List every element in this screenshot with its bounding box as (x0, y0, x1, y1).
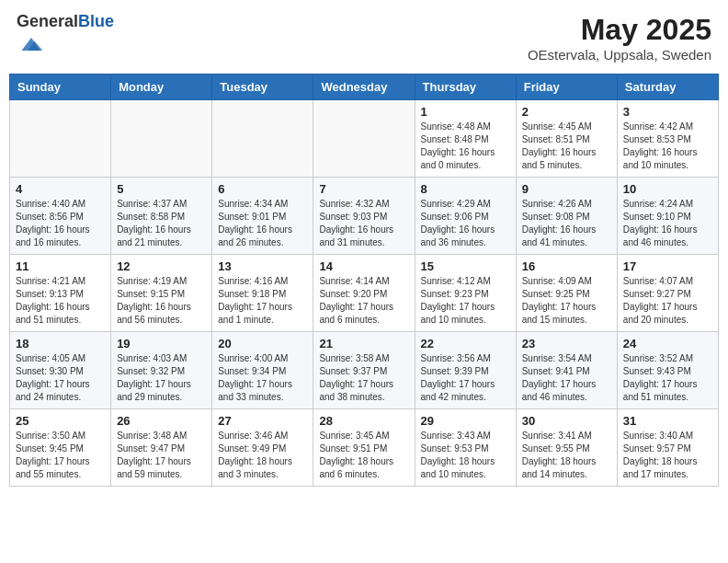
calendar-week-row: 18Sunrise: 4:05 AMSunset: 9:30 PMDayligh… (10, 332, 719, 409)
day-number: 7 (319, 182, 408, 196)
weekday-header-saturday: Saturday (617, 75, 718, 100)
day-number: 11 (16, 259, 105, 273)
calendar-cell: 22Sunrise: 3:56 AMSunset: 9:39 PMDayligh… (415, 332, 516, 409)
calendar-cell: 28Sunrise: 3:45 AMSunset: 9:51 PMDayligh… (313, 409, 415, 487)
day-info: Sunrise: 4:09 AMSunset: 9:25 PMDaylight:… (522, 275, 611, 327)
day-info: Sunrise: 4:34 AMSunset: 9:01 PMDaylight:… (218, 198, 307, 249)
day-number: 17 (623, 259, 712, 273)
calendar-cell: 9Sunrise: 4:26 AMSunset: 9:08 PMDaylight… (516, 178, 617, 255)
day-info: Sunrise: 3:45 AMSunset: 9:51 PMDaylight:… (319, 430, 408, 481)
calendar-week-row: 11Sunrise: 4:21 AMSunset: 9:13 PMDayligh… (10, 255, 719, 332)
logo-blue-text: Blue (78, 12, 114, 30)
calendar-cell: 23Sunrise: 3:54 AMSunset: 9:41 PMDayligh… (516, 332, 617, 409)
calendar-cell: 18Sunrise: 4:05 AMSunset: 9:30 PMDayligh… (10, 332, 111, 409)
weekday-header-sunday: Sunday (10, 75, 111, 100)
day-info: Sunrise: 3:58 AMSunset: 9:37 PMDaylight:… (319, 352, 408, 404)
day-number: 9 (522, 182, 611, 196)
calendar-cell (212, 100, 313, 178)
calendar-cell: 16Sunrise: 4:09 AMSunset: 9:25 PMDayligh… (516, 255, 617, 332)
day-info: Sunrise: 4:07 AMSunset: 9:27 PMDaylight:… (623, 275, 712, 327)
day-info: Sunrise: 4:21 AMSunset: 9:13 PMDaylight:… (16, 275, 105, 327)
calendar-cell: 12Sunrise: 4:19 AMSunset: 9:15 PMDayligh… (111, 255, 212, 332)
calendar-cell: 10Sunrise: 4:24 AMSunset: 9:10 PMDayligh… (617, 178, 718, 255)
calendar-cell: 1Sunrise: 4:48 AMSunset: 8:48 PMDaylight… (415, 100, 516, 178)
day-number: 15 (421, 259, 510, 273)
day-info: Sunrise: 4:16 AMSunset: 9:18 PMDaylight:… (218, 275, 307, 327)
day-number: 29 (421, 414, 510, 428)
weekday-header-row: SundayMondayTuesdayWednesdayThursdayFrid… (10, 75, 719, 100)
calendar-cell: 30Sunrise: 3:41 AMSunset: 9:55 PMDayligh… (516, 409, 617, 487)
day-number: 3 (623, 105, 712, 119)
calendar-week-row: 25Sunrise: 3:50 AMSunset: 9:45 PMDayligh… (10, 409, 719, 487)
calendar-cell: 8Sunrise: 4:29 AMSunset: 9:06 PMDaylight… (415, 178, 516, 255)
calendar-cell: 24Sunrise: 3:52 AMSunset: 9:43 PMDayligh… (617, 332, 718, 409)
day-number: 5 (117, 182, 206, 196)
day-number: 19 (117, 337, 206, 350)
weekday-header-tuesday: Tuesday (212, 75, 313, 100)
day-number: 20 (218, 337, 307, 350)
logo-icon (18, 31, 44, 57)
day-info: Sunrise: 3:40 AMSunset: 9:57 PMDaylight:… (623, 430, 712, 481)
day-number: 1 (421, 105, 510, 119)
weekday-header-thursday: Thursday (415, 75, 516, 100)
calendar-cell: 4Sunrise: 4:40 AMSunset: 8:56 PMDaylight… (10, 178, 111, 255)
calendar-cell: 27Sunrise: 3:46 AMSunset: 9:49 PMDayligh… (212, 409, 313, 487)
day-info: Sunrise: 3:48 AMSunset: 9:47 PMDaylight:… (117, 430, 206, 481)
day-info: Sunrise: 3:52 AMSunset: 9:43 PMDaylight:… (623, 352, 712, 404)
day-info: Sunrise: 3:41 AMSunset: 9:55 PMDaylight:… (522, 430, 611, 481)
page-header: GeneralBlue May 2025 OEstervala, Uppsala… (9, 9, 719, 66)
logo-general-text: General (17, 12, 78, 30)
day-info: Sunrise: 4:37 AMSunset: 8:58 PMDaylight:… (117, 198, 206, 249)
day-info: Sunrise: 3:46 AMSunset: 9:49 PMDaylight:… (218, 430, 307, 481)
title-block: May 2025 OEstervala, Uppsala, Sweden (528, 13, 711, 63)
calendar-cell: 25Sunrise: 3:50 AMSunset: 9:45 PMDayligh… (10, 409, 111, 487)
day-number: 23 (522, 337, 611, 350)
day-number: 4 (16, 182, 105, 196)
day-info: Sunrise: 4:05 AMSunset: 9:30 PMDaylight:… (16, 352, 105, 404)
day-info: Sunrise: 4:48 AMSunset: 8:48 PMDaylight:… (421, 121, 510, 172)
day-number: 24 (623, 337, 712, 350)
day-info: Sunrise: 3:43 AMSunset: 9:53 PMDaylight:… (421, 430, 510, 481)
weekday-header-friday: Friday (516, 75, 617, 100)
day-number: 30 (522, 414, 611, 428)
day-number: 2 (522, 105, 611, 119)
day-number: 31 (623, 414, 712, 428)
calendar-cell: 14Sunrise: 4:14 AMSunset: 9:20 PMDayligh… (313, 255, 415, 332)
day-number: 8 (421, 182, 510, 196)
calendar-cell (10, 100, 111, 178)
calendar-table: SundayMondayTuesdayWednesdayThursdayFrid… (9, 74, 719, 487)
day-info: Sunrise: 4:19 AMSunset: 9:15 PMDaylight:… (117, 275, 206, 327)
day-number: 27 (218, 414, 307, 428)
calendar-cell: 5Sunrise: 4:37 AMSunset: 8:58 PMDaylight… (111, 178, 212, 255)
calendar-cell: 17Sunrise: 4:07 AMSunset: 9:27 PMDayligh… (617, 255, 718, 332)
calendar-week-row: 4Sunrise: 4:40 AMSunset: 8:56 PMDaylight… (10, 178, 719, 255)
day-number: 18 (16, 337, 105, 350)
day-number: 25 (16, 414, 105, 428)
calendar-cell: 31Sunrise: 3:40 AMSunset: 9:57 PMDayligh… (617, 409, 718, 487)
day-number: 10 (623, 182, 712, 196)
day-info: Sunrise: 4:29 AMSunset: 9:06 PMDaylight:… (421, 198, 510, 249)
calendar-cell (313, 100, 415, 178)
calendar-cell: 21Sunrise: 3:58 AMSunset: 9:37 PMDayligh… (313, 332, 415, 409)
day-number: 16 (522, 259, 611, 273)
calendar-week-row: 1Sunrise: 4:48 AMSunset: 8:48 PMDaylight… (10, 100, 719, 178)
month-title: May 2025 (528, 13, 711, 47)
day-number: 13 (218, 259, 307, 273)
day-number: 21 (319, 337, 408, 350)
day-info: Sunrise: 4:03 AMSunset: 9:32 PMDaylight:… (117, 352, 206, 404)
calendar-cell: 15Sunrise: 4:12 AMSunset: 9:23 PMDayligh… (415, 255, 516, 332)
calendar-cell: 20Sunrise: 4:00 AMSunset: 9:34 PMDayligh… (212, 332, 313, 409)
location-title: OEstervala, Uppsala, Sweden (528, 47, 711, 63)
day-info: Sunrise: 4:32 AMSunset: 9:03 PMDaylight:… (319, 198, 408, 249)
calendar-cell (111, 100, 212, 178)
calendar-cell: 13Sunrise: 4:16 AMSunset: 9:18 PMDayligh… (212, 255, 313, 332)
calendar-cell: 11Sunrise: 4:21 AMSunset: 9:13 PMDayligh… (10, 255, 111, 332)
day-info: Sunrise: 3:56 AMSunset: 9:39 PMDaylight:… (421, 352, 510, 404)
day-info: Sunrise: 4:45 AMSunset: 8:51 PMDaylight:… (522, 121, 611, 172)
day-info: Sunrise: 3:50 AMSunset: 9:45 PMDaylight:… (16, 430, 105, 481)
day-info: Sunrise: 4:42 AMSunset: 8:53 PMDaylight:… (623, 121, 712, 172)
day-number: 26 (117, 414, 206, 428)
day-number: 12 (117, 259, 206, 273)
day-number: 6 (218, 182, 307, 196)
day-info: Sunrise: 3:54 AMSunset: 9:41 PMDaylight:… (522, 352, 611, 404)
